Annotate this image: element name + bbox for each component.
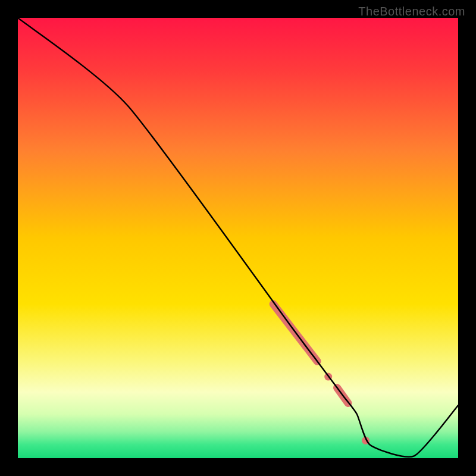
chart-curve-layer (18, 18, 458, 458)
highlight-markers (273, 304, 369, 444)
chart-plot-area (18, 18, 458, 458)
watermark-text: TheBottleneck.com (358, 5, 465, 18)
bottleneck-curve (18, 18, 458, 457)
